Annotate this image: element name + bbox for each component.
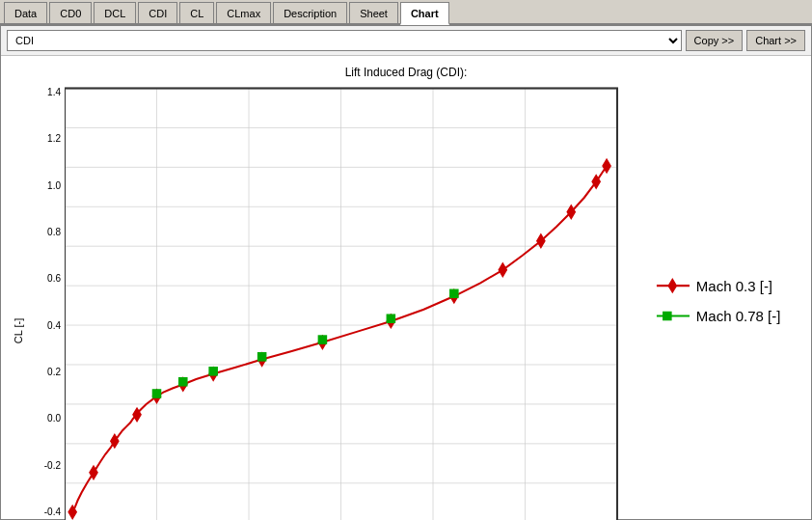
tab-data[interactable]: Data: [4, 2, 47, 23]
svg-rect-37: [318, 336, 326, 343]
tab-clmax[interactable]: CLmax: [216, 2, 271, 23]
svg-text:Mach 0.78 [-]: Mach 0.78 [-]: [696, 308, 781, 324]
tab-cd0[interactable]: CD0: [49, 2, 92, 23]
svg-text:Mach 0.3 [-]: Mach 0.3 [-]: [696, 278, 772, 294]
tab-chart[interactable]: Chart: [400, 2, 449, 25]
chart-area: Lift Induced Drag (CDI): CL [-] 1.4 1.2 …: [1, 56, 811, 520]
chart-button[interactable]: Chart >>: [746, 30, 805, 51]
chart-inner: 1.4 1.2 1.0 0.8 0.6 0.4 0.2 0.0 -0.2 -0.…: [30, 87, 801, 520]
tabs-bar: Data CD0 DCL CDI CL CLmax Description Sh…: [0, 0, 812, 25]
svg-rect-38: [387, 315, 394, 322]
toolbar: CDI Copy >> Chart >>: [1, 26, 811, 56]
copy-button[interactable]: Copy >>: [686, 30, 744, 51]
tab-cdi[interactable]: CDI: [138, 2, 177, 23]
svg-marker-56: [668, 279, 676, 292]
svg-rect-35: [209, 368, 217, 375]
chart-plot-area: 1.4 1.2 1.0 0.8 0.6 0.4 0.2 0.0 -0.2 -0.…: [30, 87, 801, 520]
chart-canvas-wrapper: 0 0.02 0.04 0.06 0.08 0.10 0.12 Mach 0.3…: [65, 87, 801, 520]
chart-svg: 0 0.02 0.04 0.06 0.08 0.10 0.12 Mach 0.3…: [65, 87, 801, 520]
svg-rect-39: [450, 289, 458, 297]
svg-rect-34: [179, 378, 187, 386]
tab-description[interactable]: Description: [273, 2, 347, 23]
y-ticks: 1.4 1.2 1.0 0.8 0.6 0.4 0.2 0.0 -0.2 -0.…: [30, 87, 65, 520]
svg-rect-36: [258, 353, 266, 361]
svg-rect-33: [152, 390, 160, 397]
tab-cl[interactable]: CL: [179, 2, 214, 23]
content-area: CDI Copy >> Chart >> Lift Induced Drag (…: [0, 25, 812, 520]
tab-sheet[interactable]: Sheet: [349, 2, 398, 23]
chart-title: Lift Induced Drag (CDI):: [345, 66, 468, 79]
tab-dcl[interactable]: DCL: [94, 2, 136, 23]
series-select[interactable]: CDI: [7, 30, 682, 51]
y-axis-label: CL [-]: [11, 87, 26, 520]
chart-container: CL [-] 1.4 1.2 1.0 0.8 0.6 0.4 0.2 0.0 -…: [11, 87, 801, 520]
